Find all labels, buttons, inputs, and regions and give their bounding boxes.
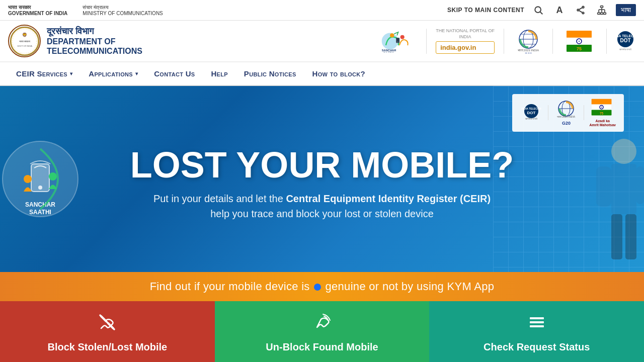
hero-subtitle-bold: Central Equipment Identity Register (CEI… (286, 193, 491, 204)
svg-point-50 (38, 186, 42, 190)
top-bar: भारत सरकार GOVERNMENT OF INDIA संचार मंत… (0, 0, 644, 21)
svg-rect-77 (530, 321, 544, 323)
svg-point-53 (24, 175, 32, 183)
azadi-logo[interactable]: Azadi ka Amrit Mahotsav 75 (562, 30, 597, 52)
kym-banner: Find out if your mobile device is genuin… (0, 272, 644, 301)
hero-section: SANCHAR SAATHI INDIA TELECOM DOT सत्यमेव… (0, 86, 644, 272)
svg-rect-73 (611, 214, 622, 259)
block-icon (97, 312, 117, 336)
check-status-icon (527, 312, 547, 336)
svg-text:GOVT OF INDIA: GOVT OF INDIA (17, 45, 32, 47)
svg-rect-63 (592, 99, 612, 105)
badge-divider-1 (548, 105, 548, 120)
unblock-icon (312, 312, 332, 336)
government-emblem: 🦁 भारत सरकार GOVT OF INDIA (8, 25, 41, 57)
top-bar-actions: SKIP TO MAIN CONTENT A भाषा (447, 3, 636, 17)
svg-point-23 (390, 33, 394, 37)
svg-point-66 (601, 107, 602, 108)
svg-text:सत्यमेव जयते: सत्यमेव जयते (619, 48, 631, 51)
svg-text:SAATHI: SAATHI (383, 51, 394, 52)
svg-rect-7 (601, 6, 603, 8)
kym-text-before: Find out if your mobile device is (150, 280, 310, 293)
svg-line-5 (579, 8, 583, 10)
svg-text:INDIA TELECOM: INDIA TELECOM (522, 107, 541, 110)
svg-rect-78 (530, 325, 544, 327)
svg-text:DOT: DOT (527, 111, 536, 115)
language-button[interactable]: भाषा (616, 4, 636, 16)
svg-text:🦁: 🦁 (22, 32, 27, 37)
share-icon[interactable] (574, 3, 588, 17)
hero-dot-badge: INDIA TELECOM DOT सत्यमेव जयते (520, 103, 543, 123)
hero-azadi-badge: 75 Azadi kaAmrit Mahotsav (589, 98, 616, 128)
applications-dropdown-arrow: ▾ (135, 71, 138, 76)
svg-text:SAATHI: SAATHI (29, 209, 51, 216)
svg-text:75: 75 (600, 112, 604, 115)
divider-4 (606, 29, 607, 54)
skip-to-main-link[interactable]: SKIP TO MAIN CONTENT (447, 7, 524, 14)
nav-help[interactable]: Help (203, 62, 235, 85)
hero-partner-badges: INDIA TELECOM DOT सत्यमेव जयते भारत 2023… (512, 94, 624, 132)
hero-subtitle-end: help you trace and block your lost or st… (210, 208, 434, 219)
action-buttons-bar: Block Stolen/Lost Mobile Un-Block Found … (0, 301, 644, 362)
nav-contact-us[interactable]: Contact Us (146, 62, 203, 85)
nav-applications[interactable]: Applications ▾ (80, 62, 146, 85)
dept-hindi: दूरसंचार विभाग (47, 26, 142, 37)
svg-text:INDIA TELECOM: INDIA TELECOM (616, 34, 635, 38)
gov-india: भारत सरकार GOVERNMENT OF INDIA (8, 5, 67, 16)
india-gov-logo[interactable]: THE NATIONAL PORTAL OF INDIA india.gov.i… (436, 28, 495, 54)
svg-text:75: 75 (577, 46, 582, 51)
check-status-button[interactable]: Check Request Status (429, 301, 644, 362)
divider-2 (504, 29, 504, 54)
svg-text:G20: G20 (524, 52, 532, 53)
svg-text:सत्यमेव जयते: सत्यमेव जयते (525, 117, 537, 120)
svg-point-22 (382, 33, 398, 50)
svg-rect-74 (625, 214, 636, 259)
kym-dot (314, 284, 321, 291)
font-size-icon[interactable]: A (552, 3, 567, 17)
divider-3 (552, 29, 553, 54)
svg-rect-71 (596, 166, 611, 207)
nav-public-notices[interactable]: Public Notices (236, 62, 304, 85)
logo-section: 🦁 भारत सरकार GOVT OF INDIA दूरसंचार विभा… (8, 25, 379, 57)
gov-hindi: भारत सरकार (8, 5, 67, 11)
svg-point-39 (579, 41, 580, 42)
nav-ceir-services[interactable]: CEIR Services ▾ (8, 62, 80, 85)
svg-point-24 (400, 35, 405, 39)
hero-left-decoration: SANCHAR SAATHI (0, 139, 80, 219)
svg-text:भारत 2023 INDIA: भारत 2023 INDIA (557, 115, 576, 118)
hero-title: LOST YOUR MOBILE? (130, 147, 514, 183)
divider-1 (426, 29, 427, 54)
svg-point-0 (535, 7, 541, 13)
ministry-english: MINISTRY OF COMMUNICATIONS (83, 11, 163, 16)
main-navigation: CEIR Services ▾ Applications ▾ Contact U… (0, 62, 644, 86)
svg-text:Azadi ka: Azadi ka (573, 53, 586, 54)
sitemap-icon[interactable] (595, 3, 609, 17)
svg-point-26 (397, 42, 398, 43)
site-header: 🦁 भारत सरकार GOVT OF INDIA दूरसंचार विभा… (0, 21, 644, 62)
block-mobile-button[interactable]: Block Stolen/Lost Mobile (0, 301, 215, 362)
partner-logos: SANCHAR SAATHI THE NATIONAL PORTAL OF IN… (379, 28, 636, 54)
unblock-label: Un-Block Found Mobile (266, 341, 378, 353)
hero-g20-badge: भारत 2023 INDIA G20 (553, 100, 579, 126)
svg-rect-9 (601, 13, 603, 14)
ceir-dropdown-arrow: ▾ (70, 71, 72, 76)
svg-point-4 (582, 12, 584, 14)
g20-logo[interactable]: भारत 2023 INDIA G20 (513, 30, 543, 52)
svg-text:SANCHAR: SANCHAR (25, 201, 55, 208)
unblock-mobile-button[interactable]: Un-Block Found Mobile (215, 301, 430, 362)
svg-rect-76 (530, 317, 544, 319)
badge-divider-2 (584, 105, 584, 120)
search-icon[interactable] (531, 3, 545, 17)
hero-subtitle-plain: Put in your details and let the (153, 193, 283, 204)
hero-content: LOST YOUR MOBILE? Put in your details an… (130, 147, 514, 221)
svg-rect-10 (603, 13, 606, 14)
svg-line-6 (579, 11, 583, 13)
svg-text:भारत सरकार: भारत सरकार (19, 40, 30, 43)
svg-rect-8 (598, 13, 600, 14)
svg-point-54 (49, 172, 57, 180)
dept-eng2: TELECOMMUNICATIONS (47, 46, 142, 56)
svg-rect-72 (636, 166, 644, 204)
svg-point-2 (582, 7, 584, 8)
svg-line-1 (540, 12, 543, 15)
nav-how-to-block[interactable]: How to block? (304, 62, 373, 85)
